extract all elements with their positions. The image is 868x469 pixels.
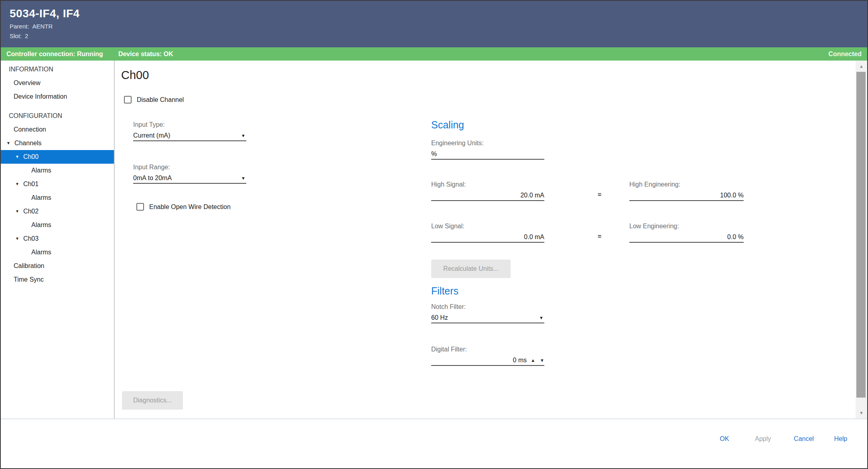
slot-label: Slot:	[10, 32, 22, 39]
dropdown-arrow-icon: ▼	[241, 173, 246, 183]
ok-button[interactable]: OK	[711, 430, 738, 448]
low-engineering-field[interactable]: 0.0 %	[629, 232, 744, 243]
sidebar-section-information: INFORMATION	[1, 63, 114, 76]
input-type-value: Current (mA)	[133, 130, 170, 141]
sidebar-item-channels[interactable]: ▼Channels	[1, 136, 114, 150]
sidebar-item-ch00[interactable]: ▼Ch00	[1, 150, 114, 164]
controller-connection-status: Controller connection: Running	[6, 51, 103, 58]
nav-label: Ch02	[23, 205, 39, 218]
scrollbar-thumb[interactable]	[856, 72, 866, 398]
diagnostics-button[interactable]: Diagnostics...	[122, 391, 183, 410]
high-signal-field[interactable]: 20.0 mA	[431, 191, 544, 201]
notch-filter-value: 60 Hz	[431, 313, 448, 323]
notch-filter-label: Notch Filter:	[431, 303, 544, 311]
sidebar-item-overview[interactable]: Overview	[1, 76, 114, 90]
dialog-body: INFORMATION Overview Device Information …	[1, 61, 867, 418]
slot-value: 2	[25, 32, 28, 39]
chevron-down-icon[interactable]: ▼	[6, 136, 10, 150]
disable-channel-label: Disable Channel	[137, 96, 184, 104]
nav-label: Channels	[14, 136, 42, 150]
sidebar-item-ch03[interactable]: ▼Ch03	[1, 232, 114, 246]
low-engineering-group: Low Engineering: 0.0 %	[629, 222, 744, 243]
nav-label: Connection	[14, 123, 46, 136]
high-engineering-group: High Engineering: 100.0 %	[629, 181, 744, 201]
sidebar-item-time-sync[interactable]: Time Sync	[1, 273, 114, 286]
chevron-down-icon[interactable]: ▼	[15, 232, 19, 246]
nav-label: Alarms	[31, 218, 51, 232]
section-label: INFORMATION	[9, 63, 53, 76]
sidebar-item-calibration[interactable]: Calibration	[1, 259, 114, 273]
recalculate-units-button[interactable]: Recalculate Units...	[431, 260, 511, 278]
dropdown-arrow-icon: ▼	[241, 130, 246, 141]
filters-heading: Filters	[431, 285, 458, 297]
nav-label: Calibration	[14, 259, 44, 273]
sidebar-item-ch03-alarms[interactable]: Alarms	[1, 246, 114, 259]
digital-filter-field[interactable]: 0 ms ▲ ▼	[431, 355, 544, 366]
equals-sign: =	[598, 233, 601, 240]
nav-label: Ch00	[23, 150, 39, 164]
parent-line: Parent:AENTR	[10, 23, 867, 30]
spinner-down-icon[interactable]: ▼	[540, 355, 544, 365]
parent-value: AENTR	[32, 23, 53, 30]
disable-channel-checkbox[interactable]	[124, 96, 132, 104]
open-wire-checkbox[interactable]	[136, 203, 144, 211]
high-signal-label: High Signal:	[431, 181, 544, 189]
nav-label: Time Sync	[14, 273, 44, 286]
nav-label: Alarms	[31, 191, 51, 205]
engineering-units-label: Engineering Units:	[431, 139, 544, 147]
sidebar-item-ch02-alarms[interactable]: Alarms	[1, 218, 114, 232]
spinner-up-icon[interactable]: ▲	[531, 355, 535, 365]
high-signal-group: High Signal: 20.0 mA	[431, 181, 544, 201]
input-type-label: Input Type:	[133, 121, 246, 129]
sidebar-item-ch00-alarms[interactable]: Alarms	[1, 164, 114, 177]
device-status: Device status: OK	[118, 51, 173, 58]
digital-filter-label: Digital Filter:	[431, 345, 544, 353]
low-signal-label: Low Signal:	[431, 222, 544, 230]
digital-filter-value: 0 ms	[513, 355, 527, 365]
help-button[interactable]: Help	[829, 430, 853, 448]
sidebar-item-ch01-alarms[interactable]: Alarms	[1, 191, 114, 205]
scroll-up-icon[interactable]: ▲	[856, 64, 867, 69]
engineering-units-group: Engineering Units: %	[431, 139, 544, 160]
low-signal-field[interactable]: 0.0 mA	[431, 232, 544, 243]
nav-label: Device Information	[14, 90, 67, 104]
high-engineering-value: 100.0 %	[720, 190, 744, 201]
high-engineering-label: High Engineering:	[629, 181, 744, 189]
scaling-heading: Scaling	[431, 119, 464, 131]
channel-config-panel: Ch00 Disable Channel Input Type: Current…	[116, 61, 855, 418]
engineering-units-field[interactable]: %	[431, 149, 544, 160]
low-signal-group: Low Signal: 0.0 mA	[431, 222, 544, 243]
nav-label: Ch03	[23, 232, 39, 246]
nav-label: Ch01	[23, 177, 39, 191]
chevron-down-icon[interactable]: ▼	[15, 177, 19, 191]
status-bar: Controller connection: Running Device st…	[1, 47, 867, 61]
module-title: 5034-IF4, IF4	[10, 7, 867, 20]
apply-button[interactable]: Apply	[747, 430, 779, 448]
input-type-dropdown[interactable]: Current (mA) ▼	[133, 131, 246, 141]
input-range-label: Input Range:	[133, 163, 246, 171]
equals-sign: =	[598, 191, 601, 199]
sidebar-item-ch02[interactable]: ▼Ch02	[1, 205, 114, 218]
dropdown-arrow-icon: ▼	[539, 313, 544, 323]
sidebar-item-connection[interactable]: Connection	[1, 123, 114, 136]
input-type-group: Input Type: Current (mA) ▼	[133, 121, 246, 141]
module-properties-dialog: 5034-IF4, IF4 Parent:AENTR Slot:2 Contro…	[0, 0, 868, 469]
digital-filter-group: Digital Filter: 0 ms ▲ ▼	[431, 345, 544, 366]
high-engineering-field[interactable]: 100.0 %	[629, 191, 744, 201]
input-range-dropdown[interactable]: 0mA to 20mA ▼	[133, 173, 246, 184]
chevron-down-icon[interactable]: ▼	[15, 205, 19, 218]
sidebar-item-ch01[interactable]: ▼Ch01	[1, 177, 114, 191]
chevron-down-icon[interactable]: ▼	[15, 150, 19, 164]
sidebar-item-device-information[interactable]: Device Information	[1, 90, 114, 104]
vertical-scrollbar[interactable]: ▲ ▼	[856, 61, 867, 418]
input-range-group: Input Range: 0mA to 20mA ▼	[133, 163, 246, 184]
dialog-header: 5034-IF4, IF4 Parent:AENTR Slot:2	[1, 1, 867, 47]
scroll-down-icon[interactable]: ▼	[856, 410, 867, 415]
connection-state-badge: Connected	[828, 51, 862, 58]
nav-label: Alarms	[31, 246, 51, 259]
cancel-button[interactable]: Cancel	[788, 430, 820, 448]
nav-label: Overview	[14, 76, 41, 90]
disable-channel-row: Disable Channel	[124, 96, 184, 104]
notch-filter-dropdown[interactable]: 60 Hz ▼	[431, 313, 544, 323]
high-signal-value: 20.0 mA	[520, 190, 544, 201]
